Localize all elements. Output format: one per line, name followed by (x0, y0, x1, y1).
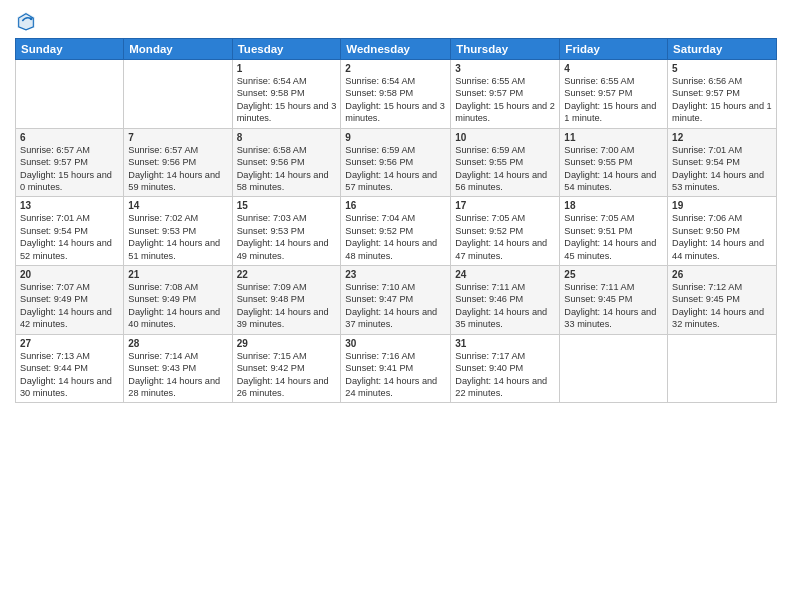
calendar-table: SundayMondayTuesdayWednesdayThursdayFrid… (15, 38, 777, 403)
day-number: 7 (128, 132, 227, 143)
calendar-cell: 15Sunrise: 7:03 AM Sunset: 9:53 PM Dayli… (232, 197, 341, 266)
day-info: Sunrise: 7:01 AM Sunset: 9:54 PM Dayligh… (672, 144, 772, 194)
day-info: Sunrise: 7:09 AM Sunset: 9:48 PM Dayligh… (237, 281, 337, 331)
day-number: 11 (564, 132, 663, 143)
day-number: 27 (20, 338, 119, 349)
day-info: Sunrise: 7:02 AM Sunset: 9:53 PM Dayligh… (128, 212, 227, 262)
day-number: 18 (564, 200, 663, 211)
day-info: Sunrise: 7:04 AM Sunset: 9:52 PM Dayligh… (345, 212, 446, 262)
day-info: Sunrise: 7:15 AM Sunset: 9:42 PM Dayligh… (237, 350, 337, 400)
day-number: 9 (345, 132, 446, 143)
day-number: 30 (345, 338, 446, 349)
calendar-cell: 10Sunrise: 6:59 AM Sunset: 9:55 PM Dayli… (451, 128, 560, 197)
calendar-cell: 13Sunrise: 7:01 AM Sunset: 9:54 PM Dayli… (16, 197, 124, 266)
day-info: Sunrise: 6:58 AM Sunset: 9:56 PM Dayligh… (237, 144, 337, 194)
day-number: 21 (128, 269, 227, 280)
calendar-week-row: 6Sunrise: 6:57 AM Sunset: 9:57 PM Daylig… (16, 128, 777, 197)
calendar-cell: 2Sunrise: 6:54 AM Sunset: 9:58 PM Daylig… (341, 60, 451, 129)
day-info: Sunrise: 7:01 AM Sunset: 9:54 PM Dayligh… (20, 212, 119, 262)
day-info: Sunrise: 7:11 AM Sunset: 9:46 PM Dayligh… (455, 281, 555, 331)
day-number: 12 (672, 132, 772, 143)
day-info: Sunrise: 7:00 AM Sunset: 9:55 PM Dayligh… (564, 144, 663, 194)
day-number: 22 (237, 269, 337, 280)
day-info: Sunrise: 6:54 AM Sunset: 9:58 PM Dayligh… (345, 75, 446, 125)
header (15, 10, 777, 32)
day-number: 20 (20, 269, 119, 280)
day-info: Sunrise: 7:06 AM Sunset: 9:50 PM Dayligh… (672, 212, 772, 262)
calendar-cell: 8Sunrise: 6:58 AM Sunset: 9:56 PM Daylig… (232, 128, 341, 197)
day-number: 13 (20, 200, 119, 211)
day-info: Sunrise: 7:03 AM Sunset: 9:53 PM Dayligh… (237, 212, 337, 262)
day-number: 26 (672, 269, 772, 280)
weekday-header: Tuesday (232, 39, 341, 60)
day-info: Sunrise: 7:17 AM Sunset: 9:40 PM Dayligh… (455, 350, 555, 400)
calendar-cell: 29Sunrise: 7:15 AM Sunset: 9:42 PM Dayli… (232, 334, 341, 403)
day-number: 10 (455, 132, 555, 143)
day-number: 15 (237, 200, 337, 211)
calendar-cell: 3Sunrise: 6:55 AM Sunset: 9:57 PM Daylig… (451, 60, 560, 129)
calendar-cell: 12Sunrise: 7:01 AM Sunset: 9:54 PM Dayli… (668, 128, 777, 197)
calendar-cell: 23Sunrise: 7:10 AM Sunset: 9:47 PM Dayli… (341, 266, 451, 335)
calendar-cell: 18Sunrise: 7:05 AM Sunset: 9:51 PM Dayli… (560, 197, 668, 266)
logo (15, 10, 39, 32)
day-number: 3 (455, 63, 555, 74)
day-info: Sunrise: 7:16 AM Sunset: 9:41 PM Dayligh… (345, 350, 446, 400)
day-number: 29 (237, 338, 337, 349)
calendar-cell (560, 334, 668, 403)
calendar-cell (16, 60, 124, 129)
calendar-cell: 17Sunrise: 7:05 AM Sunset: 9:52 PM Dayli… (451, 197, 560, 266)
calendar-cell: 16Sunrise: 7:04 AM Sunset: 9:52 PM Dayli… (341, 197, 451, 266)
page: SundayMondayTuesdayWednesdayThursdayFrid… (0, 0, 792, 612)
weekday-header: Thursday (451, 39, 560, 60)
calendar-cell: 4Sunrise: 6:55 AM Sunset: 9:57 PM Daylig… (560, 60, 668, 129)
day-info: Sunrise: 6:56 AM Sunset: 9:57 PM Dayligh… (672, 75, 772, 125)
calendar-cell: 6Sunrise: 6:57 AM Sunset: 9:57 PM Daylig… (16, 128, 124, 197)
day-number: 4 (564, 63, 663, 74)
day-number: 28 (128, 338, 227, 349)
calendar-cell: 28Sunrise: 7:14 AM Sunset: 9:43 PM Dayli… (124, 334, 232, 403)
day-number: 23 (345, 269, 446, 280)
calendar-cell: 27Sunrise: 7:13 AM Sunset: 9:44 PM Dayli… (16, 334, 124, 403)
weekday-header: Sunday (16, 39, 124, 60)
calendar-cell: 14Sunrise: 7:02 AM Sunset: 9:53 PM Dayli… (124, 197, 232, 266)
svg-point-2 (30, 17, 33, 20)
calendar-cell: 21Sunrise: 7:08 AM Sunset: 9:49 PM Dayli… (124, 266, 232, 335)
calendar-cell: 30Sunrise: 7:16 AM Sunset: 9:41 PM Dayli… (341, 334, 451, 403)
weekday-header: Monday (124, 39, 232, 60)
day-info: Sunrise: 7:13 AM Sunset: 9:44 PM Dayligh… (20, 350, 119, 400)
calendar-cell: 20Sunrise: 7:07 AM Sunset: 9:49 PM Dayli… (16, 266, 124, 335)
day-info: Sunrise: 6:59 AM Sunset: 9:56 PM Dayligh… (345, 144, 446, 194)
calendar-week-row: 20Sunrise: 7:07 AM Sunset: 9:49 PM Dayli… (16, 266, 777, 335)
day-info: Sunrise: 7:08 AM Sunset: 9:49 PM Dayligh… (128, 281, 227, 331)
day-number: 16 (345, 200, 446, 211)
weekday-header-row: SundayMondayTuesdayWednesdayThursdayFrid… (16, 39, 777, 60)
logo-icon (15, 10, 37, 32)
calendar-cell: 11Sunrise: 7:00 AM Sunset: 9:55 PM Dayli… (560, 128, 668, 197)
weekday-header: Friday (560, 39, 668, 60)
day-info: Sunrise: 7:05 AM Sunset: 9:51 PM Dayligh… (564, 212, 663, 262)
day-info: Sunrise: 7:12 AM Sunset: 9:45 PM Dayligh… (672, 281, 772, 331)
calendar-cell: 19Sunrise: 7:06 AM Sunset: 9:50 PM Dayli… (668, 197, 777, 266)
day-info: Sunrise: 7:10 AM Sunset: 9:47 PM Dayligh… (345, 281, 446, 331)
day-number: 6 (20, 132, 119, 143)
day-info: Sunrise: 7:11 AM Sunset: 9:45 PM Dayligh… (564, 281, 663, 331)
day-info: Sunrise: 7:07 AM Sunset: 9:49 PM Dayligh… (20, 281, 119, 331)
day-info: Sunrise: 7:14 AM Sunset: 9:43 PM Dayligh… (128, 350, 227, 400)
calendar-week-row: 27Sunrise: 7:13 AM Sunset: 9:44 PM Dayli… (16, 334, 777, 403)
day-number: 5 (672, 63, 772, 74)
day-info: Sunrise: 7:05 AM Sunset: 9:52 PM Dayligh… (455, 212, 555, 262)
calendar-cell: 26Sunrise: 7:12 AM Sunset: 9:45 PM Dayli… (668, 266, 777, 335)
day-number: 14 (128, 200, 227, 211)
day-number: 17 (455, 200, 555, 211)
calendar-cell: 1Sunrise: 6:54 AM Sunset: 9:58 PM Daylig… (232, 60, 341, 129)
weekday-header: Wednesday (341, 39, 451, 60)
weekday-header: Saturday (668, 39, 777, 60)
calendar-cell: 31Sunrise: 7:17 AM Sunset: 9:40 PM Dayli… (451, 334, 560, 403)
calendar-cell: 9Sunrise: 6:59 AM Sunset: 9:56 PM Daylig… (341, 128, 451, 197)
calendar-cell: 25Sunrise: 7:11 AM Sunset: 9:45 PM Dayli… (560, 266, 668, 335)
day-info: Sunrise: 6:54 AM Sunset: 9:58 PM Dayligh… (237, 75, 337, 125)
calendar-cell: 7Sunrise: 6:57 AM Sunset: 9:56 PM Daylig… (124, 128, 232, 197)
day-info: Sunrise: 6:57 AM Sunset: 9:57 PM Dayligh… (20, 144, 119, 194)
calendar-cell: 22Sunrise: 7:09 AM Sunset: 9:48 PM Dayli… (232, 266, 341, 335)
day-number: 24 (455, 269, 555, 280)
